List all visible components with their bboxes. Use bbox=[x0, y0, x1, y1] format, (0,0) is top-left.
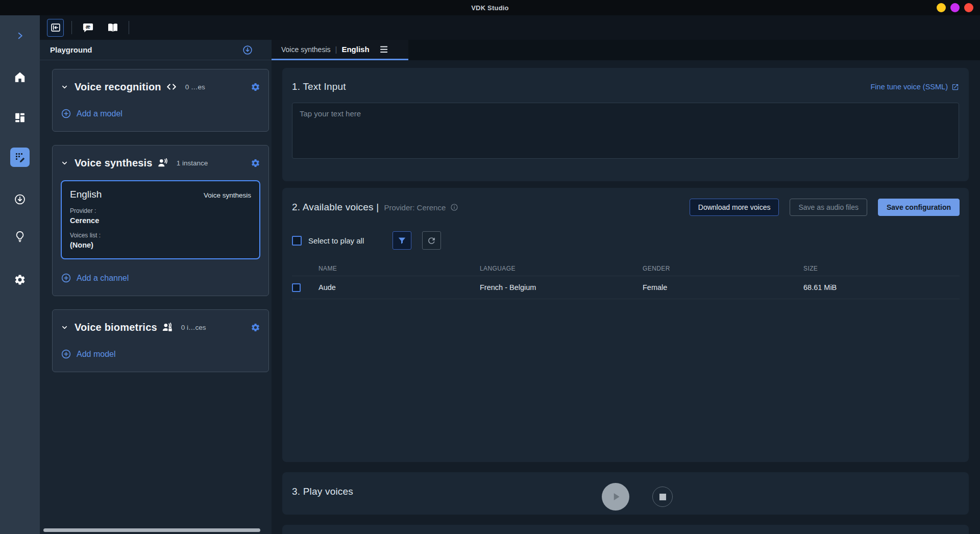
top-toolbar: æ bbox=[40, 15, 980, 40]
playground-nav-icon-selected[interactable] bbox=[10, 148, 30, 167]
downloads-icon[interactable] bbox=[14, 193, 27, 206]
fine-tune-ssml-link[interactable]: Fine tune voice (SSML) bbox=[870, 83, 959, 91]
tab-name: English bbox=[341, 45, 369, 54]
channel-type: Voice synthesis bbox=[204, 191, 251, 199]
voices-list-value: (None) bbox=[70, 241, 251, 249]
add-model-link[interactable]: Add a model bbox=[61, 108, 122, 119]
dashboard-icon[interactable] bbox=[14, 111, 27, 124]
voice-recognition-count: 0 …es bbox=[185, 83, 205, 91]
row-checkbox[interactable] bbox=[292, 283, 301, 292]
column-header-name: NAME bbox=[318, 265, 480, 272]
tab-menu-icon[interactable] bbox=[380, 46, 389, 53]
channel-name: English bbox=[70, 189, 102, 200]
collapse-panel-icon[interactable] bbox=[47, 19, 64, 37]
documentation-book-icon[interactable] bbox=[104, 19, 121, 37]
download-configuration-icon[interactable] bbox=[242, 44, 253, 56]
refresh-button[interactable] bbox=[422, 231, 441, 250]
main-area: Voice synthesis | English 1. Text Input … bbox=[272, 40, 980, 534]
home-icon[interactable] bbox=[13, 70, 27, 84]
voice-row-aude[interactable]: Aude French - Belgium Female 68.61 MiB bbox=[292, 276, 960, 299]
text-input-textarea[interactable] bbox=[292, 103, 959, 159]
tab-bar: Voice synthesis | English bbox=[272, 40, 980, 60]
voice-synthesis-gear-icon[interactable] bbox=[251, 158, 260, 168]
voice-recognition-section: Voice recognition 0 …es Add a model bbox=[52, 69, 269, 132]
provider-note: Provider: Cerence bbox=[384, 203, 446, 212]
available-voices-panel: 2. Available voices | Provider: Cerence … bbox=[282, 188, 969, 462]
column-header-size: SIZE bbox=[803, 265, 960, 272]
horizontal-scrollbar[interactable] bbox=[43, 528, 260, 532]
chevron-down-icon[interactable] bbox=[61, 83, 68, 91]
toolbar-divider bbox=[71, 21, 72, 34]
voice-synthesis-section: Voice synthesis 1 instance English Voice bbox=[52, 145, 269, 296]
voice-recognition-header: Voice recognition 0 …es bbox=[61, 79, 260, 95]
select-all-label: Select to play all bbox=[308, 236, 364, 245]
window-button-red[interactable] bbox=[964, 3, 973, 12]
playground-panel: Playground Voice recognition 0 …es bbox=[40, 40, 272, 534]
external-link-icon bbox=[951, 83, 959, 91]
add-channel-label: Add a channel bbox=[77, 274, 129, 283]
expand-sidebar-chevron-icon[interactable] bbox=[15, 31, 25, 41]
window-controls bbox=[937, 3, 973, 12]
column-header-language: LANGUAGE bbox=[480, 265, 643, 272]
select-all-row: Select to play all bbox=[292, 231, 960, 250]
settings-gear-icon[interactable] bbox=[14, 274, 26, 286]
cell-language: French - Belgium bbox=[480, 283, 643, 292]
available-voices-title: 2. Available voices | bbox=[292, 202, 379, 213]
next-panel-peek bbox=[282, 525, 969, 534]
voice-biometrics-count: 0 i…ces bbox=[181, 324, 206, 331]
add-biometrics-model-link[interactable]: Add model bbox=[61, 349, 116, 359]
voice-synthesis-count: 1 instance bbox=[177, 159, 208, 167]
nav-sidebar bbox=[0, 15, 40, 534]
plus-circle-icon bbox=[61, 108, 71, 119]
chevron-down-icon[interactable] bbox=[61, 159, 68, 167]
window-button-yellow[interactable] bbox=[937, 3, 946, 12]
info-icon[interactable] bbox=[450, 203, 458, 211]
voice-recognition-gear-icon[interactable] bbox=[251, 82, 260, 92]
add-channel-link[interactable]: Add a channel bbox=[61, 273, 129, 283]
filter-button[interactable] bbox=[393, 231, 411, 250]
svg-text:æ: æ bbox=[86, 23, 90, 30]
tab-category: Voice synthesis bbox=[281, 45, 331, 54]
fine-tune-ssml-label: Fine tune voice (SSML) bbox=[870, 83, 948, 91]
provider-label: Provider : bbox=[70, 207, 251, 214]
text-input-panel: 1. Text Input Fine tune voice (SSML) bbox=[282, 68, 969, 181]
stop-button[interactable] bbox=[652, 487, 673, 507]
stop-icon bbox=[659, 494, 666, 500]
plus-circle-icon bbox=[61, 273, 71, 283]
voice-biometrics-title: Voice biometrics bbox=[75, 322, 157, 333]
save-as-audio-files-button[interactable]: Save as audio files bbox=[790, 199, 867, 216]
play-button[interactable] bbox=[602, 483, 629, 511]
cell-size: 68.61 MiB bbox=[803, 283, 960, 292]
voice-recognition-title: Voice recognition bbox=[75, 81, 161, 93]
voice-biometrics-header: Voice biometrics 0 i…ces bbox=[61, 319, 260, 335]
voice-biometrics-section: Voice biometrics 0 i…ces bbox=[52, 309, 269, 372]
channel-title-row: English Voice synthesis bbox=[70, 189, 251, 200]
cell-name: Aude bbox=[318, 283, 480, 292]
column-header-gender: GENDER bbox=[643, 265, 803, 272]
voices-actions: Download more voices Save as audio files… bbox=[690, 199, 960, 216]
main-content: 1. Text Input Fine tune voice (SSML) 2. … bbox=[272, 60, 980, 534]
tab-voice-synthesis-english[interactable]: Voice synthesis | English bbox=[272, 40, 408, 60]
save-configuration-button[interactable]: Save configuration bbox=[878, 199, 960, 216]
plus-circle-icon bbox=[61, 349, 71, 359]
voice-biometrics-gear-icon[interactable] bbox=[251, 323, 260, 332]
cell-gender: Female bbox=[643, 283, 803, 292]
available-voices-header: 2. Available voices | Provider: Cerence … bbox=[292, 199, 960, 216]
window-button-magenta[interactable] bbox=[950, 3, 960, 12]
toolbar-divider bbox=[129, 21, 129, 34]
lexicon-speech-icon[interactable]: æ bbox=[80, 19, 96, 37]
play-voices-title: 3. Play voices bbox=[292, 486, 353, 497]
lightbulb-icon[interactable] bbox=[14, 230, 27, 243]
voice-synthesis-title: Voice synthesis bbox=[75, 157, 153, 169]
play-voices-panel: 3. Play voices bbox=[282, 472, 969, 515]
download-more-voices-button[interactable]: Download more voices bbox=[690, 199, 779, 216]
voices-list-label: Voices list : bbox=[70, 232, 251, 239]
window-titlebar: VDK Studio bbox=[0, 0, 980, 15]
select-all-checkbox[interactable] bbox=[292, 236, 302, 246]
chevron-down-icon[interactable] bbox=[61, 324, 68, 331]
tab-separator: | bbox=[335, 45, 337, 54]
channel-card-english[interactable]: English Voice synthesis Provider : Ceren… bbox=[61, 180, 260, 259]
text-input-title: 1. Text Input bbox=[292, 81, 346, 92]
window-title: VDK Studio bbox=[471, 4, 509, 12]
voice-synthesis-header: Voice synthesis 1 instance bbox=[61, 155, 260, 171]
